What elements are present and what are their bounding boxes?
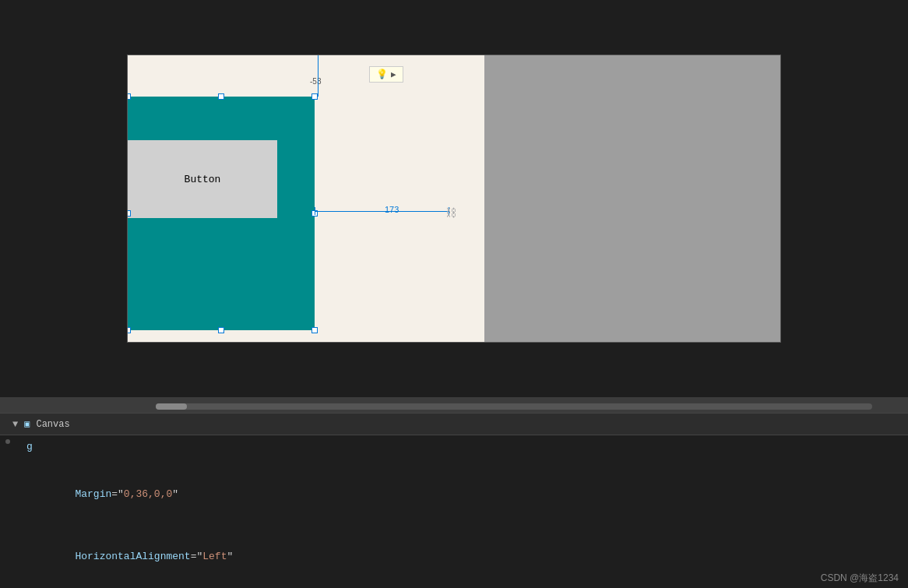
code-area: g Margin="0,36,0,0" HorizontalAlignment=… (0, 435, 908, 588)
canvas-label-text: Canvas (36, 419, 69, 430)
selection-handle-tm[interactable] (218, 93, 224, 100)
canvas-icon: ▣ (24, 418, 30, 430)
selection-handle-lm[interactable] (127, 210, 131, 217)
button-element[interactable]: Button (128, 140, 277, 218)
horizontal-scrollbar-area (0, 397, 908, 413)
margin-top-line (318, 55, 319, 97)
code-line-1: g (0, 438, 908, 456)
design-canvas: Button 173 ⛓ ⛓ -53 💡 ▶ (127, 55, 781, 343)
selection-handle-br[interactable] (311, 327, 318, 333)
selection-handle-bl[interactable] (127, 327, 131, 333)
selection-handle-tl[interactable] (127, 93, 131, 100)
suggestion-arrow: ▶ (391, 69, 396, 79)
design-canvas-area: Button 173 ⛓ ⛓ -53 💡 ▶ (0, 0, 908, 397)
margin-top-number: -53 (310, 77, 321, 86)
selection-handle-bm[interactable] (218, 327, 224, 333)
suggestion-box[interactable]: 💡 ▶ (369, 66, 403, 83)
chain-icon-right: ⛓ (445, 207, 458, 220)
gray-panel (484, 55, 780, 343)
code-text-3: HorizontalAlignment="Left" (26, 519, 233, 579)
scrollbar-thumb[interactable] (156, 403, 187, 410)
dimension-line (315, 211, 449, 212)
scrollbar-track[interactable] (156, 403, 872, 410)
code-text-2: Margin="0,36,0,0" (26, 456, 178, 517)
watermark: CSDN @海盗1234 (821, 572, 899, 585)
code-line-4: VerticalAlignment="Top" (0, 580, 908, 589)
dimension-label: 173 (385, 205, 399, 214)
canvas-label-bar: ▼ ▣ Canvas (0, 414, 908, 435)
code-line-3: HorizontalAlignment="Left" (0, 518, 908, 580)
collapse-arrow-icon[interactable]: ▼ (12, 419, 18, 430)
code-text-1: g (26, 439, 33, 455)
code-text-4: VerticalAlignment="Top" (26, 581, 215, 589)
line-indicator-1 (0, 439, 16, 444)
teal-canvas: Button (128, 97, 315, 330)
code-line-2: Margin="0,36,0,0" (0, 456, 908, 518)
bottom-code-panel: ▼ ▣ Canvas g Margin="0,36,0,0" (0, 413, 908, 588)
selection-handle-tr[interactable] (311, 93, 318, 100)
suggestion-icon: 💡 (376, 69, 388, 80)
